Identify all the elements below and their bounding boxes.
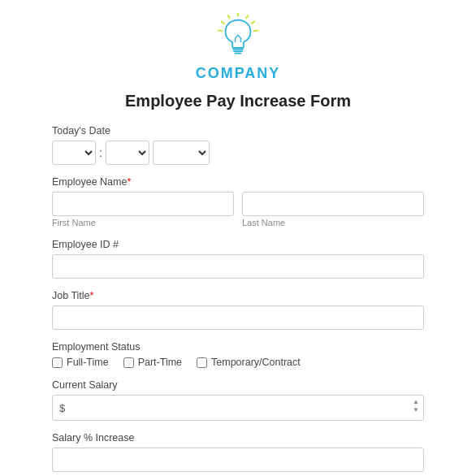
employee-name-section: Employee Name* First Name Last Name [52,176,424,227]
current-salary-input[interactable] [70,396,417,420]
salary-increase-label: Salary % Increase [52,432,424,444]
employee-id-section: Employee ID # [52,239,424,279]
todays-date-label: Today's Date [52,125,424,136]
current-salary-label: Current Salary [52,379,424,391]
date-month-select[interactable]: 1234 5678 9101112 [52,141,96,165]
salary-increase-input[interactable] [52,448,424,472]
parttime-radio-item[interactable]: Part-Time [123,357,182,368]
logo-section: COMPANY [52,13,424,82]
salary-spinner-down[interactable]: ▼ [412,406,420,414]
employment-status-section: Employment Status Full-Time Part-Time Te… [52,341,424,368]
last-name-sublabel: Last Name [242,218,424,227]
parttime-checkbox[interactable] [123,357,134,368]
salary-spinner: ▲ ▼ [412,398,420,414]
date-year-select[interactable]: 202320242025 [153,141,210,165]
parttime-label: Part-Time [138,357,182,368]
svg-line-4 [222,22,224,24]
svg-line-2 [252,22,254,24]
salary-prefix: $ [59,402,65,414]
employee-id-input[interactable] [52,254,424,279]
last-name-group: Last Name [242,192,424,227]
first-name-sublabel: First Name [52,218,234,227]
fulltime-label: Full-Time [67,357,109,368]
svg-line-1 [246,15,248,18]
date-day-select[interactable]: 12345 678910 [106,141,149,165]
todays-date-section: Today's Date 1234 5678 9101112 : 12345 6… [52,125,424,165]
salary-input-wrap: $ ▲ ▼ [52,395,424,421]
company-logo-icon [214,13,262,62]
current-salary-section: Current Salary $ ▲ ▼ [52,379,424,421]
fulltime-checkbox[interactable] [52,357,63,368]
date-colon: : [99,146,102,159]
svg-line-6 [254,30,257,31]
page-container: COMPANY Employee Pay Increase Form Today… [0,0,476,476]
company-name: COMPANY [196,65,281,82]
last-name-input[interactable] [242,192,424,216]
employee-name-label: Employee Name* [52,176,424,188]
date-row: 1234 5678 9101112 : 12345 678910 2023202… [52,141,424,165]
temp-contract-checkbox[interactable] [197,357,207,368]
job-title-label: Job Title* [52,290,424,301]
first-name-group: First Name [52,192,234,227]
form-title: Employee Pay Increase Form [52,92,424,110]
employment-status-radio-row: Full-Time Part-Time Temporary/Contract [52,357,424,368]
temp-contract-radio-item[interactable]: Temporary/Contract [197,357,301,368]
svg-line-3 [228,15,230,18]
svg-line-5 [219,30,222,31]
salary-spinner-up[interactable]: ▲ [412,398,420,406]
salary-increase-section: Salary % Increase [52,432,424,472]
employment-status-label: Employment Status [52,341,424,353]
temp-contract-label: Temporary/Contract [211,357,301,368]
fulltime-radio-item[interactable]: Full-Time [52,357,109,368]
first-name-input[interactable] [52,192,234,216]
job-title-section: Job Title* [52,290,424,330]
name-row: First Name Last Name [52,192,424,227]
employee-id-label: Employee ID # [52,239,424,250]
job-title-input[interactable] [52,305,424,330]
